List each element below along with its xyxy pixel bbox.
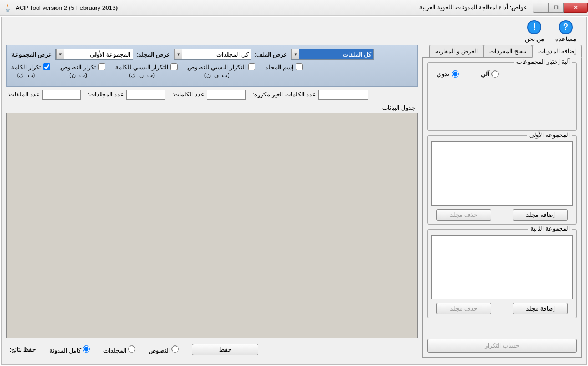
stats-row: عدد الملفات: عدد المجلدات: عدد الكلمات: … <box>6 87 418 103</box>
check-word-rel[interactable]: التكرار النسبي للكلمة (ت_ن_ك) <box>115 63 178 79</box>
folder-view-combo[interactable]: كل المجلدات ▼ <box>174 49 251 60</box>
group-selection-legend: آلية إختيار المجموعات <box>514 58 572 65</box>
chevron-down-icon: ▼ <box>56 49 64 59</box>
data-grid[interactable] <box>6 113 418 338</box>
help-label: مساعده <box>555 35 576 43</box>
window-title-right: غواص: أداة لمعالجة المدونات اللغوية العر… <box>419 4 527 11</box>
file-view-combo[interactable]: كل الملفات ▼ <box>291 49 374 60</box>
about-label: من نحن <box>525 35 544 43</box>
radio-auto[interactable]: آلي <box>481 70 499 78</box>
stat-words: عدد الكلمات: <box>172 90 246 100</box>
check-text-rel[interactable]: التكرار النسبي للنصوص (ت_ن_ن) <box>187 63 255 79</box>
stat-files: عدد الملفات: <box>7 90 81 100</box>
chevron-down-icon: ▼ <box>174 49 182 59</box>
radio-whole-corpus[interactable]: كامل المدونة <box>49 345 90 354</box>
tab-view-compare[interactable]: العرض و المقارنة <box>429 45 484 57</box>
info-icon: ! <box>527 20 541 34</box>
group-view-combo[interactable]: المجموعة الأولى ▼ <box>55 49 133 60</box>
group-selection-mode: آلية إختيار المجموعات يدوي آلي <box>427 62 577 131</box>
stat-words-input[interactable] <box>207 90 246 100</box>
group-two-delete-folder[interactable]: حذف مجلد <box>436 303 491 314</box>
group-one-add-folder[interactable]: إضافة مجلد <box>513 209 568 221</box>
tab-bar: إضافة المدونات تنقيح المفردات العرض و ال… <box>422 45 582 58</box>
save-button[interactable]: حفظ <box>192 344 258 355</box>
stat-unique-words: عدد الكلمات الغير مكرره: <box>252 90 368 100</box>
chevron-down-icon: ▼ <box>291 49 299 59</box>
about-button[interactable]: ! من نحن <box>525 20 544 43</box>
titlebar: ACP Tool version 2 (5 February 2013) غوا… <box>0 0 588 16</box>
data-table-label: جدول البيانات <box>6 103 418 113</box>
group-two-legend: المجموعة الثانية <box>528 225 572 232</box>
close-button[interactable]: ✕ <box>564 3 588 13</box>
java-icon <box>3 3 12 12</box>
toolbar: ! من نحن ? مساعده <box>2 17 586 45</box>
left-panel: عرض المجموعة: المجموعة الأولى ▼ عرض المج… <box>6 45 418 358</box>
group-two-list[interactable] <box>431 235 573 299</box>
tab-add-corpora[interactable]: إضافة المدونات <box>532 45 582 58</box>
check-text-rep[interactable]: تكرار النصوص (ت_ن) <box>60 63 105 79</box>
check-folder-name[interactable]: إسم المجلد <box>265 63 303 71</box>
stat-folders: عدد المجلدات: <box>88 90 165 100</box>
radio-folders[interactable]: المجلدات <box>103 345 135 354</box>
maximize-button[interactable]: ☐ <box>548 3 564 13</box>
check-word-rep[interactable]: تكرار الكلمة (ت_ك) <box>11 63 50 79</box>
group-one-box: المجموعة الأولى إضافة مجلد حذف مجلد <box>427 135 577 225</box>
group-view-label: عرض المجموعة: <box>10 51 52 58</box>
tab-body: آلية إختيار المجموعات يدوي آلي المجموعة … <box>422 58 582 358</box>
right-panel: إضافة المدونات تنقيح المفردات العرض و ال… <box>422 45 582 358</box>
check-folder-name-input[interactable] <box>296 63 303 70</box>
check-word-rel-input[interactable] <box>170 63 178 70</box>
stat-files-input[interactable] <box>42 90 81 100</box>
check-text-rel-input[interactable] <box>248 63 255 70</box>
window-title-left: ACP Tool version 2 (5 February 2013) <box>16 4 118 11</box>
save-row: حفظ نتائج: كامل المدونة المجلدات النصوص … <box>6 338 418 358</box>
radio-auto-input[interactable] <box>491 70 499 78</box>
group-one-legend: المجموعة الأولى <box>527 131 572 139</box>
radio-manual[interactable]: يدوي <box>437 70 459 78</box>
group-one-delete-folder[interactable]: حذف مجلد <box>436 209 491 221</box>
radio-texts[interactable]: النصوص <box>149 345 179 354</box>
stat-unique-words-input[interactable] <box>318 90 368 100</box>
radio-manual-input[interactable] <box>452 70 459 78</box>
group-two-box: المجموعة الثانية إضافة مجلد حذف مجلد <box>427 229 577 318</box>
tab-refine-vocab[interactable]: تنقيح المفردات <box>483 45 533 57</box>
group-one-list[interactable] <box>431 141 573 206</box>
minimize-button[interactable]: — <box>533 3 548 13</box>
stat-folders-input[interactable] <box>126 90 165 100</box>
help-icon: ? <box>559 20 573 34</box>
folder-view-label: عرض المجلد: <box>136 51 170 58</box>
compute-repetition-button[interactable]: حساب التكرار <box>427 339 577 353</box>
check-text-rep-input[interactable] <box>98 63 105 70</box>
check-word-rep-input[interactable] <box>43 63 50 70</box>
help-button[interactable]: ? مساعده <box>555 20 576 43</box>
group-two-add-folder[interactable]: إضافة مجلد <box>513 303 568 314</box>
save-results-label: حفظ نتائج: <box>9 346 36 353</box>
file-view-label: عرض الملف: <box>255 51 287 58</box>
app-frame: ! من نحن ? مساعده إضافة المدونات تنقيح ا… <box>1 17 587 365</box>
filter-panel: عرض المجموعة: المجموعة الأولى ▼ عرض المج… <box>6 45 418 87</box>
